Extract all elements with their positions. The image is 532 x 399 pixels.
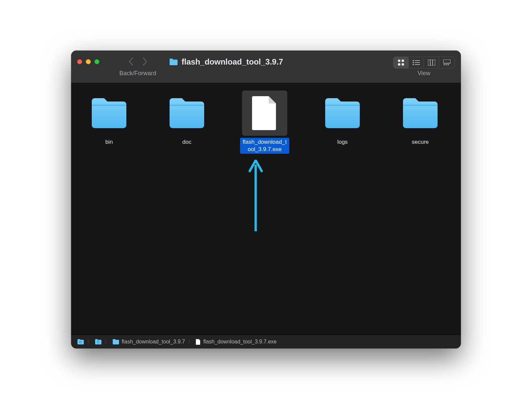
columns-icon bbox=[428, 60, 435, 66]
pathbar-crumb-label: flash_download_tool_3.9.7 bbox=[122, 339, 185, 345]
chevron-right-icon: 〉 bbox=[188, 339, 193, 345]
folder-item-doc[interactable]: doc bbox=[162, 91, 211, 154]
folder-item-secure[interactable]: secure bbox=[396, 91, 445, 154]
svg-point-4 bbox=[413, 60, 414, 61]
finder-window: Back/Forward flash_download_tool_3.9.7 bbox=[71, 51, 461, 348]
folder-icon bbox=[95, 339, 101, 344]
svg-rect-2 bbox=[398, 63, 400, 66]
svg-rect-14 bbox=[444, 64, 445, 65]
svg-rect-0 bbox=[398, 60, 400, 62]
folder-icon bbox=[169, 58, 178, 66]
folder-icon bbox=[323, 97, 362, 129]
back-button[interactable] bbox=[128, 57, 134, 69]
svg-rect-15 bbox=[446, 64, 447, 65]
zoom-window-button[interactable] bbox=[94, 59, 99, 64]
svg-rect-13 bbox=[443, 60, 451, 63]
list-icon bbox=[413, 60, 420, 65]
view-group: View bbox=[393, 57, 455, 77]
folder-item-bin[interactable]: bin bbox=[84, 91, 134, 154]
window-controls bbox=[77, 59, 99, 64]
icon-view-button[interactable] bbox=[393, 57, 409, 68]
chevron-right-icon bbox=[142, 57, 148, 66]
nav-group: Back/Forward bbox=[119, 57, 156, 77]
file-item-exe[interactable]: flash_download_tool_3.9.7.exe bbox=[240, 91, 289, 154]
svg-rect-5 bbox=[415, 60, 420, 61]
file-icon bbox=[251, 96, 278, 131]
svg-rect-9 bbox=[415, 64, 420, 65]
home-folder-icon bbox=[77, 339, 84, 344]
svg-rect-10 bbox=[428, 60, 435, 66]
svg-rect-3 bbox=[402, 63, 404, 66]
folder-item-label: bin bbox=[103, 138, 115, 146]
svg-rect-7 bbox=[415, 62, 420, 63]
folder-icon bbox=[401, 97, 440, 129]
chevron-right-icon: 〉 bbox=[104, 339, 110, 345]
finder-toolbar: Back/Forward flash_download_tool_3.9.7 bbox=[71, 51, 461, 83]
svg-rect-1 bbox=[402, 60, 404, 62]
folder-item-label: logs bbox=[335, 138, 349, 146]
minimize-window-button[interactable] bbox=[86, 59, 91, 64]
finder-icon-grid[interactable]: bin doc flash_download_tool_3.9.7.exe bbox=[71, 83, 461, 334]
svg-rect-16 bbox=[448, 64, 449, 65]
grid-icon bbox=[398, 59, 404, 66]
pathbar-crumb-current-folder[interactable]: flash_download_tool_3.9.7 bbox=[112, 339, 185, 345]
folder-item-logs[interactable]: logs bbox=[318, 91, 367, 154]
svg-point-6 bbox=[413, 62, 414, 63]
pathbar-crumb-parent[interactable] bbox=[95, 339, 101, 344]
chevron-right-icon: 〉 bbox=[86, 339, 92, 345]
gallery-view-button[interactable] bbox=[439, 57, 455, 68]
pathbar-crumb-home[interactable] bbox=[77, 339, 84, 344]
gallery-icon bbox=[443, 60, 451, 66]
folder-icon bbox=[112, 339, 119, 344]
window-title: flash_download_tool_3.9.7 bbox=[182, 57, 283, 67]
view-controls-label: View bbox=[418, 70, 431, 77]
folder-icon bbox=[168, 97, 206, 129]
window-title-group: flash_download_tool_3.9.7 bbox=[169, 57, 283, 67]
column-view-button[interactable] bbox=[424, 57, 439, 68]
folder-item-label: doc bbox=[180, 138, 193, 146]
back-forward-label: Back/Forward bbox=[119, 70, 156, 77]
svg-point-8 bbox=[413, 64, 414, 65]
pathbar: 〉 〉 flash_download_tool_3.9.7 〉 flash_do… bbox=[71, 334, 461, 348]
file-icon bbox=[196, 339, 200, 345]
pathbar-crumb-label: flash_download_tool_3.9.7.exe bbox=[203, 339, 277, 345]
pathbar-crumb-file[interactable]: flash_download_tool_3.9.7.exe bbox=[196, 339, 277, 345]
close-window-button[interactable] bbox=[77, 59, 82, 64]
annotation-arrow-icon bbox=[246, 160, 266, 231]
list-view-button[interactable] bbox=[409, 57, 424, 68]
file-item-label: flash_download_tool_3.9.7.exe bbox=[240, 138, 289, 154]
folder-icon bbox=[90, 97, 128, 129]
forward-button[interactable] bbox=[142, 57, 148, 69]
folder-item-label: secure bbox=[410, 138, 431, 146]
chevron-left-icon bbox=[128, 57, 134, 66]
